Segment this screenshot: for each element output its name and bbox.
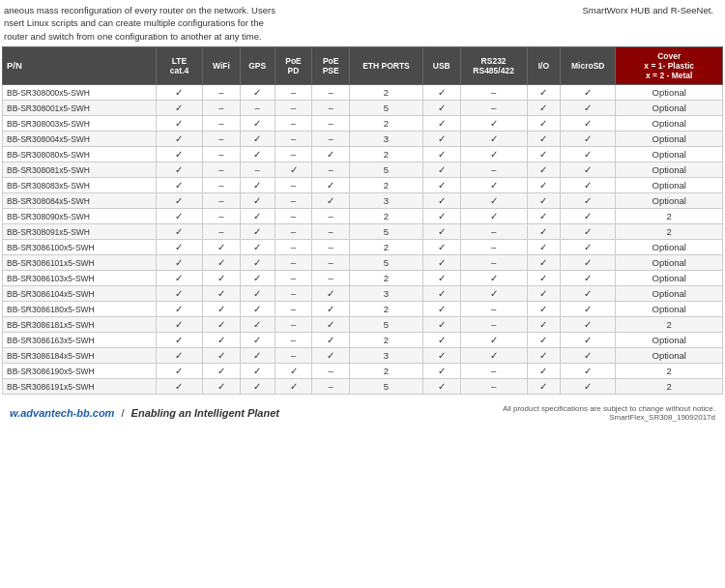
- cell-cover: Optional: [616, 193, 723, 209]
- cell-cover: Optional: [616, 116, 723, 132]
- cell-microsd: ✓: [561, 364, 616, 379]
- cell-usb: ✓: [422, 101, 460, 116]
- cell-lte: ✓: [156, 132, 202, 147]
- cell-poe_pd: –: [275, 101, 312, 116]
- cell-usb: ✓: [422, 85, 460, 101]
- cell-io: ✓: [527, 85, 561, 101]
- cell-pn: BB-SR3086163x5-SWH: [3, 333, 157, 348]
- cell-poe_pse: ✓: [312, 348, 350, 364]
- top-text-right: SmartWorx HUB and R-SeeNet.: [524, 4, 717, 43]
- table-row: BB-SR308000x5-SWH✓–✓––2✓–✓✓Optional: [3, 85, 723, 101]
- cell-gps: ✓: [240, 286, 275, 302]
- cell-lte: ✓: [156, 209, 202, 224]
- cell-io: ✓: [527, 348, 561, 364]
- footer: w.advantech-bb.com / Enabling an Intelli…: [0, 398, 725, 427]
- table-row: BB-SR3086104x5-SWH✓✓✓–✓3✓✓✓✓Optional: [3, 286, 723, 302]
- cell-io: ✓: [527, 240, 561, 255]
- cell-cover: Optional: [616, 162, 723, 178]
- table-row: BB-SR3086163x5-SWH✓✓✓–✓2✓✓✓✓Optional: [3, 333, 723, 348]
- col-microsd: MicroSD: [561, 46, 616, 85]
- cell-io: ✓: [527, 379, 561, 395]
- cell-rs232: –: [460, 317, 527, 333]
- cell-lte: ✓: [156, 193, 202, 209]
- cell-microsd: ✓: [561, 302, 616, 317]
- col-poe-pd: PoEPD: [275, 46, 312, 85]
- cell-lte: ✓: [156, 379, 202, 395]
- table-row: BB-SR308003x5-SWH✓–✓––2✓✓✓✓Optional: [3, 116, 723, 132]
- table-row: BB-SR308080x5-SWH✓–✓–✓2✓✓✓✓Optional: [3, 147, 723, 162]
- cell-io: ✓: [527, 132, 561, 147]
- cell-microsd: ✓: [561, 178, 616, 193]
- cell-eth_ports: 5: [349, 162, 422, 178]
- cell-poe_pd: –: [275, 147, 312, 162]
- cell-pn: BB-SR3086191x5-SWH: [3, 379, 157, 395]
- cell-poe_pd: –: [275, 224, 312, 240]
- cell-lte: ✓: [156, 317, 202, 333]
- cell-poe_pd: –: [275, 85, 312, 101]
- cell-microsd: ✓: [561, 271, 616, 286]
- cell-eth_ports: 5: [349, 101, 422, 116]
- cell-poe_pse: –: [312, 132, 350, 147]
- cell-poe_pd: –: [275, 116, 312, 132]
- specs-table: P/N LTEcat.4 WiFi GPS PoEPD PoEPSE ETH P…: [2, 46, 723, 396]
- cell-eth_ports: 5: [349, 224, 422, 240]
- cell-gps: ✓: [240, 116, 275, 132]
- cell-poe_pse: ✓: [312, 286, 350, 302]
- cell-cover: 2: [616, 317, 723, 333]
- cell-io: ✓: [527, 178, 561, 193]
- cell-wifi: –: [203, 193, 241, 209]
- cell-pn: BB-SR308084x5-SWH: [3, 193, 157, 209]
- cell-pn: BB-SR308090x5-SWH: [3, 209, 157, 224]
- cell-io: ✓: [527, 224, 561, 240]
- cell-lte: ✓: [156, 85, 202, 101]
- cell-wifi: –: [203, 85, 241, 101]
- cell-pn: BB-SR308081x5-SWH: [3, 162, 157, 178]
- cell-poe_pd: –: [275, 193, 312, 209]
- cell-pn: BB-SR308083x5-SWH: [3, 178, 157, 193]
- cell-usb: ✓: [422, 286, 460, 302]
- cell-poe_pse: –: [312, 364, 350, 379]
- table-row: BB-SR308083x5-SWH✓–✓–✓2✓✓✓✓Optional: [3, 178, 723, 193]
- cell-usb: ✓: [422, 348, 460, 364]
- cell-cover: Optional: [616, 302, 723, 317]
- cell-rs232: –: [460, 240, 527, 255]
- cell-pn: BB-SR308001x5-SWH: [3, 101, 157, 116]
- cell-rs232: –: [460, 162, 527, 178]
- cell-rs232: ✓: [460, 209, 527, 224]
- cell-eth_ports: 5: [349, 379, 422, 395]
- cell-poe_pse: ✓: [312, 302, 350, 317]
- cell-rs232: ✓: [460, 348, 527, 364]
- website-link[interactable]: w.advantech-bb.com: [10, 407, 114, 419]
- table-row: BB-SR3086191x5-SWH✓✓✓✓–5✓–✓✓2: [3, 379, 723, 395]
- cell-eth_ports: 3: [349, 348, 422, 364]
- cell-eth_ports: 2: [349, 364, 422, 379]
- cell-microsd: ✓: [561, 286, 616, 302]
- cell-wifi: ✓: [203, 364, 241, 379]
- cell-cover: Optional: [616, 147, 723, 162]
- cell-pn: BB-SR308080x5-SWH: [3, 147, 157, 162]
- cell-gps: ✓: [240, 379, 275, 395]
- cell-usb: ✓: [422, 209, 460, 224]
- cell-wifi: –: [203, 116, 241, 132]
- table-row: BB-SR308001x5-SWH✓––––5✓–✓✓Optional: [3, 101, 723, 116]
- table-row: BB-SR3086101x5-SWH✓✓✓––5✓–✓✓Optional: [3, 255, 723, 271]
- cell-pn: BB-SR3086180x5-SWH: [3, 302, 157, 317]
- table-row: BB-SR3086190x5-SWH✓✓✓✓–2✓–✓✓2: [3, 364, 723, 379]
- cell-gps: ✓: [240, 209, 275, 224]
- cell-gps: ✓: [240, 302, 275, 317]
- cell-poe_pd: –: [275, 317, 312, 333]
- cell-wifi: ✓: [203, 379, 241, 395]
- cell-pn: BB-SR3086101x5-SWH: [3, 255, 157, 271]
- cell-io: ✓: [527, 302, 561, 317]
- cell-lte: ✓: [156, 224, 202, 240]
- cell-pn: BB-SR308000x5-SWH: [3, 85, 157, 101]
- table-row: BB-SR308004x5-SWH✓–✓––3✓✓✓✓Optional: [3, 132, 723, 147]
- col-wifi: WiFi: [203, 46, 241, 85]
- cell-pn: BB-SR308003x5-SWH: [3, 116, 157, 132]
- cell-eth_ports: 5: [349, 255, 422, 271]
- table-container: P/N LTEcat.4 WiFi GPS PoEPD PoEPSE ETH P…: [0, 46, 725, 396]
- cell-cover: Optional: [616, 85, 723, 101]
- cell-poe_pd: –: [275, 271, 312, 286]
- cell-microsd: ✓: [561, 240, 616, 255]
- table-row: BB-SR3086103x5-SWH✓✓✓––2✓✓✓✓Optional: [3, 271, 723, 286]
